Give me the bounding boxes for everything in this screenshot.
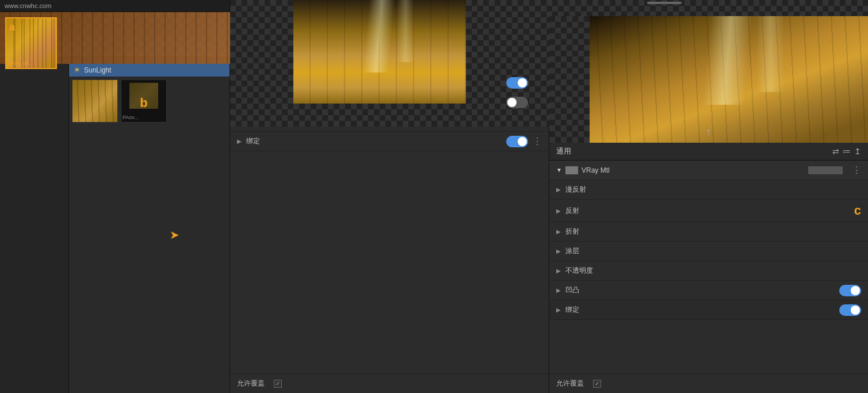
prop-name-reflect-r: 反射 bbox=[565, 206, 854, 216]
sun-icon: ☀ bbox=[74, 66, 81, 74]
prop-menu-vray-mtl[interactable]: ⋮ bbox=[852, 165, 861, 175]
thumb-text: PAov... bbox=[123, 115, 139, 120]
prop-name-bump-r: 凹凸 bbox=[565, 285, 839, 295]
thumb-item-1[interactable] bbox=[72, 79, 118, 123]
allow-override-checkbox[interactable]: ✓ bbox=[274, 380, 282, 388]
toggle-bind-r[interactable] bbox=[839, 304, 861, 316]
asset-sublabel: arrow_ch... bbox=[7, 60, 33, 66]
prop-row-vray-mtl[interactable]: ▼ VRay Mtl ⋮ bbox=[549, 161, 868, 180]
prop-name-bind-r: 绑定 bbox=[565, 305, 839, 315]
left-panel: www.cnwhc.com anFlour4R1 a arrow_ch... ◉ bbox=[0, 0, 230, 393]
light-label: SunLight bbox=[84, 66, 111, 74]
right-allow-override-label: 允许覆盖 bbox=[556, 379, 584, 388]
expand-icon-reflect-r: ▶ bbox=[556, 208, 563, 214]
right-allow-override-checkbox[interactable]: ✓ bbox=[593, 380, 601, 388]
label-c: c bbox=[854, 203, 861, 218]
toggle-bind[interactable] bbox=[506, 136, 528, 147]
prop-name-bind: 绑定 bbox=[246, 136, 506, 146]
light-item[interactable]: ☀ SunLight bbox=[69, 63, 230, 77]
expand-icon-bind: ▶ bbox=[237, 138, 244, 144]
right-props-icon-2[interactable]: ≔ bbox=[843, 147, 851, 156]
prop-row-coat-r[interactable]: ▶ 涂层 bbox=[549, 242, 868, 261]
vray-mtl-icon bbox=[565, 166, 578, 174]
label-b: b bbox=[140, 96, 147, 110]
asset-column: anFlour4R1 a arrow_ch... bbox=[0, 12, 69, 393]
prop-row-bind-r[interactable]: ▶ 绑定 bbox=[549, 300, 868, 320]
right-props-icon-3[interactable]: ↥ bbox=[854, 147, 861, 156]
right-allow-override-row: 允许覆盖 ✓ bbox=[549, 373, 868, 393]
prop-row-reflect-r[interactable]: ▶ 反射 c bbox=[549, 200, 868, 222]
right-props-title: 通用 bbox=[556, 146, 571, 157]
right-panel: ⊙ □ 🎩 1/1 CPU ⋮ ↑ 通用 ⇄ ≔ ↥ ▼ VRay Mtl bbox=[549, 0, 868, 393]
prop-row-bind[interactable]: ▶ 绑定 ⋮ bbox=[230, 132, 549, 151]
toggle-displace[interactable] bbox=[506, 97, 528, 108]
expand-icon-refract-r: ▶ bbox=[556, 228, 563, 235]
right-render-wood bbox=[590, 16, 868, 143]
right-render-preview: ↑ bbox=[549, 16, 868, 143]
prop-name-coat-r: 涂层 bbox=[565, 246, 861, 256]
right-props-icon-1[interactable]: ⇄ bbox=[832, 147, 839, 156]
middle-panel: ⊙ □ 🎩 1/1 CPU ⋮ 通用 ⇄ ≔ ↥ ▶ Reflect bbox=[230, 0, 549, 393]
prop-name-opacity-r: 不透明度 bbox=[565, 266, 861, 276]
prop-row-opacity-r[interactable]: ▶ 不透明度 bbox=[549, 261, 868, 281]
toggle-bump[interactable] bbox=[506, 77, 528, 89]
expand-icon-opacity-r: ▶ bbox=[556, 268, 563, 274]
right-props-list: ▶ 漫反射 ▶ 反射 c ▶ 折射 ▶ 涂层 ▶ 不透明度 ▶ 凹凸 bbox=[549, 180, 868, 320]
site-url: www.cnwhc.com bbox=[5, 2, 51, 9]
expand-icon-coat-r: ▶ bbox=[556, 248, 563, 254]
prop-menu-bind[interactable]: ⋮ bbox=[533, 136, 542, 147]
prop-row-diffuse-r[interactable]: ▶ 漫反射 bbox=[549, 180, 868, 200]
allow-override-label: 允许覆盖 bbox=[237, 379, 265, 388]
expand-icon-bind-r: ▶ bbox=[556, 307, 563, 313]
expand-icon-vray: ▼ bbox=[556, 167, 563, 173]
prop-name-vray-mtl: VRay Mtl bbox=[582, 166, 808, 174]
middle-allow-override-row: 允许覆盖 ✓ bbox=[230, 373, 549, 393]
selected-asset-item[interactable]: a arrow_ch... bbox=[5, 17, 57, 69]
expand-icon-diffuse-r: ▶ bbox=[556, 186, 563, 193]
vray-mtl-bar bbox=[808, 166, 843, 174]
thumb-item-2[interactable]: b PAov... bbox=[121, 79, 167, 123]
site-bar: www.cnwhc.com bbox=[0, 0, 230, 12]
prop-name-diffuse-r: 漫反射 bbox=[565, 185, 861, 194]
prop-row-bump-r[interactable]: ▶ 凹凸 bbox=[549, 281, 868, 300]
right-props-header: 通用 ⇄ ≔ ↥ bbox=[549, 143, 868, 161]
scene-panel: ◉ 💡 ◈ ≡ ▣ 光源 ☀ SunLight bbox=[69, 12, 230, 393]
prop-row-refract-r[interactable]: ▶ 折射 bbox=[549, 222, 868, 242]
arrow-right-icon: ➤ bbox=[170, 79, 179, 390]
prop-name-refract-r: 折射 bbox=[565, 227, 861, 236]
expand-icon-bump-r: ▶ bbox=[556, 287, 563, 293]
label-a: a bbox=[9, 21, 15, 33]
toggle-bump-r[interactable] bbox=[839, 285, 861, 296]
middle-render-wood bbox=[293, 0, 466, 104]
thumb-row: b PAov... ➤ bbox=[69, 77, 230, 393]
